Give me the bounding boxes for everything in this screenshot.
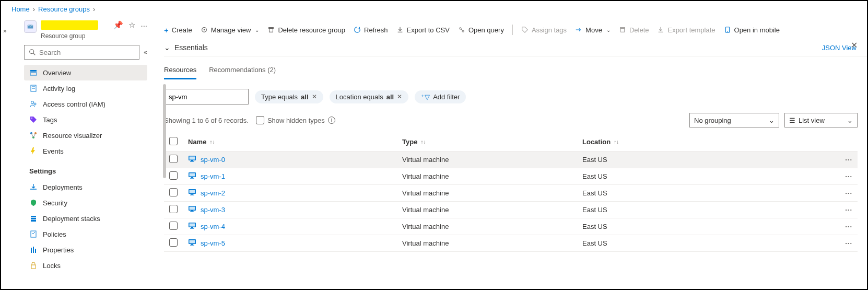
row-more-button[interactable]: ··· — [845, 156, 852, 164]
security-icon — [29, 199, 38, 207]
refresh-button[interactable]: Refresh — [354, 26, 388, 34]
more-actions-icon[interactable]: ··· — [140, 21, 147, 30]
row-checkbox[interactable] — [169, 205, 178, 213]
svg-rect-3 — [30, 73, 37, 75]
resource-link[interactable]: sp-vm-1 — [201, 172, 225, 180]
grouping-dropdown[interactable]: No grouping⌄ — [689, 113, 779, 127]
nav-label: Locks — [43, 262, 61, 270]
resources-table: Name↑↓ Type↑↓ Location↑↓ sp-vm-0 Virtual… — [164, 133, 858, 252]
nav-label: Properties — [43, 246, 74, 254]
deployments-icon — [29, 183, 38, 191]
resource-link[interactable]: sp-vm-3 — [201, 206, 225, 214]
add-filter-button[interactable]: ⁺▽Add filter — [415, 90, 466, 103]
chip-remove-icon[interactable]: ✕ — [312, 93, 317, 100]
sidebar-item-policies[interactable]: Policies — [24, 226, 147, 242]
resource-filter-input[interactable] — [164, 89, 249, 105]
table-row[interactable]: sp-vm-3 Virtual machine East US ··· — [164, 202, 858, 218]
table-row[interactable]: sp-vm-1 Virtual machine East US ··· — [164, 168, 858, 185]
table-row[interactable]: sp-vm-2 Virtual machine East US ··· — [164, 185, 858, 202]
select-all-checkbox[interactable] — [169, 137, 178, 145]
svg-point-26 — [462, 30, 464, 32]
sidebar-item-tags[interactable]: Tags — [24, 112, 147, 127]
resource-link[interactable]: sp-vm-2 — [201, 189, 225, 197]
tab-resources[interactable]: Resources — [164, 66, 196, 79]
svg-point-8 — [34, 103, 36, 105]
sidebar-item-activity[interactable]: Activity log — [24, 80, 147, 96]
info-icon[interactable]: i — [328, 117, 335, 124]
svg-rect-43 — [190, 207, 195, 210]
row-more-button[interactable]: ··· — [845, 223, 852, 230]
sidebar-search-wrap — [24, 45, 139, 60]
sidebar-item-security[interactable]: Security — [24, 195, 147, 211]
svg-point-24 — [203, 29, 205, 31]
cell-type: Virtual machine — [397, 152, 577, 168]
row-more-button[interactable]: ··· — [845, 189, 852, 197]
row-more-button[interactable]: ··· — [845, 239, 852, 247]
row-more-button[interactable]: ··· — [845, 206, 852, 214]
resource-link[interactable]: sp-vm-5 — [201, 239, 225, 247]
sidebar-item-properties[interactable]: Properties — [24, 242, 147, 258]
vm-icon — [188, 171, 196, 181]
breadcrumb-resource-groups[interactable]: Resource groups — [38, 5, 90, 13]
open-query-button[interactable]: Open query — [458, 26, 504, 34]
sidebar-item-events[interactable]: Events — [24, 143, 147, 159]
sidebar-item-iam[interactable]: Access control (IAM) — [24, 96, 147, 112]
column-header-type[interactable]: Type↑↓ — [402, 138, 426, 146]
sidebar-item-visualizer[interactable]: Resource visualizer — [24, 127, 147, 143]
breadcrumb-home[interactable]: Home — [11, 5, 30, 13]
create-button[interactable]: +Create — [164, 26, 192, 34]
row-checkbox[interactable] — [169, 171, 178, 180]
delete-button: Delete — [619, 26, 649, 34]
show-hidden-checkbox[interactable] — [256, 116, 264, 124]
view-mode-dropdown[interactable]: ☰List view⌄ — [784, 113, 858, 127]
tab-recommendations[interactable]: Recommendations (2) — [209, 66, 276, 79]
collapse-sidebar-handle[interactable]: « — [144, 49, 147, 56]
chevron-right-icon: › — [33, 5, 35, 13]
table-row[interactable]: sp-vm-4 Virtual machine East US ··· — [164, 218, 858, 235]
record-count-label: Showing 1 to 6 of 6 records. — [164, 117, 249, 124]
svg-rect-15 — [31, 216, 36, 217]
cell-type: Virtual machine — [397, 202, 577, 218]
activity-icon — [29, 84, 38, 92]
close-blade-button[interactable]: ✕ — [851, 40, 858, 50]
nav-label: Overview — [43, 69, 71, 77]
chip-remove-icon[interactable]: ✕ — [397, 93, 402, 100]
sidebar-scrollbar[interactable] — [163, 84, 166, 178]
cell-type: Virtual machine — [397, 218, 577, 235]
move-button[interactable]: Move⌄ — [575, 26, 611, 34]
svg-rect-51 — [190, 240, 195, 243]
column-header-name[interactable]: Name↑↓ — [188, 138, 215, 146]
row-checkbox[interactable] — [169, 238, 178, 247]
resource-link[interactable]: sp-vm-4 — [201, 223, 225, 230]
vm-icon — [188, 155, 196, 165]
row-more-button[interactable]: ··· — [845, 172, 852, 180]
sidebar-item-stacks[interactable]: Deployment stacks — [24, 211, 147, 226]
manage-view-button[interactable]: Manage view⌄ — [201, 26, 260, 34]
sidebar-item-overview[interactable]: Overview — [24, 65, 147, 80]
cell-location: East US — [577, 152, 837, 168]
sidebar-item-deployments[interactable]: Deployments — [24, 179, 147, 195]
row-checkbox[interactable] — [169, 155, 178, 163]
svg-rect-47 — [190, 224, 195, 227]
filter-chip-type[interactable]: Type equals all✕ — [255, 90, 323, 103]
delete-resource-group-button[interactable]: Delete resource group — [267, 26, 345, 34]
svg-rect-39 — [190, 190, 195, 193]
open-mobile-button[interactable]: Open in mobile — [724, 26, 780, 34]
essentials-toggle[interactable]: ⌄ Essentials — [164, 43, 208, 52]
column-header-location[interactable]: Location↑↓ — [582, 138, 619, 146]
table-row[interactable]: sp-vm-0 Virtual machine East US ··· — [164, 152, 858, 168]
row-checkbox[interactable] — [169, 188, 178, 196]
sidebar-search-input[interactable] — [39, 49, 135, 56]
cell-type: Virtual machine — [397, 168, 577, 185]
resource-link[interactable]: sp-vm-0 — [201, 156, 225, 164]
svg-rect-52 — [191, 244, 193, 245]
pin-icon[interactable]: 📌 — [113, 20, 123, 30]
nav-label: Tags — [43, 116, 57, 124]
export-csv-button[interactable]: Export to CSV — [396, 26, 450, 34]
row-checkbox[interactable] — [169, 222, 178, 230]
favorite-icon[interactable]: ☆ — [128, 20, 135, 30]
filter-chip-location[interactable]: Location equals all✕ — [330, 90, 409, 103]
table-row[interactable]: sp-vm-5 Virtual machine East US ··· — [164, 235, 858, 252]
sidebar-item-locks[interactable]: Locks — [24, 258, 147, 273]
tags-icon — [29, 115, 38, 124]
